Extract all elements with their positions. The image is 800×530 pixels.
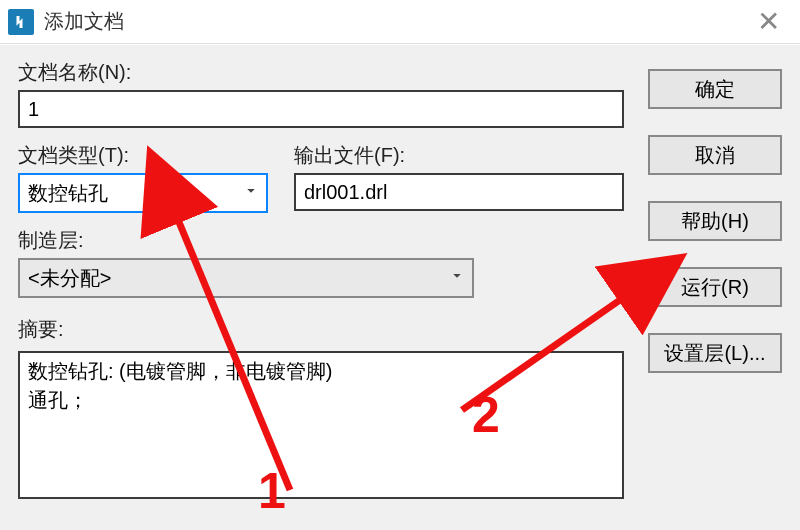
dialog-body: 文档名称(N): 文档类型(T): 数控钻孔 输出文件(F):	[0, 44, 800, 530]
button-column: 确定 取消 帮助(H) 运行(R) 设置层(L)...	[648, 59, 782, 530]
chevron-down-icon	[448, 267, 466, 290]
ok-button[interactable]: 确定	[648, 69, 782, 109]
doc-type-combo[interactable]: 数控钻孔	[18, 173, 268, 213]
run-button[interactable]: 运行(R)	[648, 267, 782, 307]
help-button[interactable]: 帮助(H)	[648, 201, 782, 241]
mfg-layer-label: 制造层:	[18, 227, 624, 254]
app-icon	[8, 9, 34, 35]
doc-type-value: 数控钻孔	[28, 180, 108, 207]
cancel-button[interactable]: 取消	[648, 135, 782, 175]
doc-type-label: 文档类型(T):	[18, 142, 268, 169]
summary-label: 摘要:	[18, 316, 624, 343]
summary-text: 数控钻孔: (电镀管脚，非电镀管脚) 通孔；	[18, 351, 624, 499]
doc-name-input[interactable]	[18, 90, 624, 128]
mfg-layer-combo[interactable]: <未分配>	[18, 258, 474, 298]
doc-name-label: 文档名称(N):	[18, 59, 624, 86]
output-file-label: 输出文件(F):	[294, 142, 624, 169]
chevron-down-icon	[242, 182, 260, 205]
form-area: 文档名称(N): 文档类型(T): 数控钻孔 输出文件(F):	[18, 59, 624, 530]
set-layer-button[interactable]: 设置层(L)...	[648, 333, 782, 373]
close-icon[interactable]: ✕	[751, 8, 786, 36]
output-file-input[interactable]	[294, 173, 624, 211]
window-title: 添加文档	[44, 8, 751, 35]
titlebar: 添加文档 ✕	[0, 0, 800, 44]
mfg-layer-value: <未分配>	[28, 265, 111, 292]
